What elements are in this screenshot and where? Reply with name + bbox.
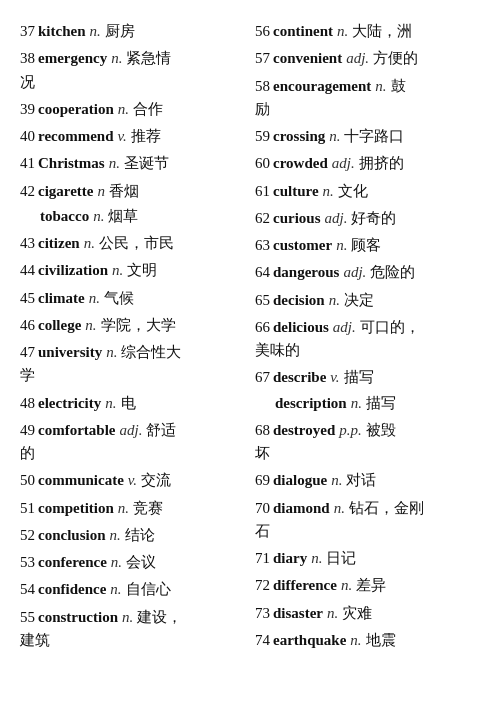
list-item: 54 confidence n. 自信心 [20,576,245,603]
list-item: 66 delicious adj. 可口的， 美味的 [255,314,480,365]
list-item: 72 difference n. 差异 [255,572,480,599]
list-item: 68 destroyed p.p. 被毁 坏 [255,417,480,468]
list-item: 64 dangerous adj. 危险的 [255,259,480,286]
list-item: 70 diamond n. 钻石，金刚 石 [255,495,480,546]
list-item: 41 Christmas n. 圣诞节 [20,150,245,177]
list-item: 39 cooperation n. 合作 [20,96,245,123]
list-item: 57 convenient adj. 方便的 [255,45,480,72]
list-item: 71 diary n. 日记 [255,545,480,572]
list-item: 62 curious adj. 好奇的 [255,205,480,232]
list-item: 61 culture n. 文化 [255,178,480,205]
list-item: 49 comfortable adj. 舒适 的 [20,417,245,468]
list-item: 38 emergency n. 紧急情 况 [20,45,245,96]
list-item: 47 university n. 综合性大 学 [20,339,245,390]
list-item: 45 climate n. 气候 [20,285,245,312]
list-item: 63 customer n. 顾客 [255,232,480,259]
right-column: 56 continent n. 大陆，洲 57 convenient adj. … [255,18,480,654]
list-item: 50 communicate v. 交流 [20,467,245,494]
list-item: 73 disaster n. 灾难 [255,600,480,627]
list-item: 67 describe v. 描写 [255,364,480,391]
list-item: 58 encouragement n. 鼓 励 [255,73,480,124]
left-column: 37 kitchen n. 厨房 38 emergency n. 紧急情 况 3… [20,18,245,654]
list-item: 48 electricity n. 电 [20,390,245,417]
list-item: 60 crowded adj. 拥挤的 [255,150,480,177]
list-item: 37 kitchen n. 厨房 [20,18,245,45]
list-item: 65 decision n. 决定 [255,287,480,314]
list-item: 52 conclusion n. 结论 [20,522,245,549]
list-item: 44 civilization n. 文明 [20,257,245,284]
list-item: 55 construction n. 建设， 建筑 [20,604,245,655]
list-item: 53 conference n. 会议 [20,549,245,576]
list-item: 56 continent n. 大陆，洲 [255,18,480,45]
list-item: description n. 描写 [255,392,480,417]
list-item: 69 dialogue n. 对话 [255,467,480,494]
list-item: 43 citizen n. 公民，市民 [20,230,245,257]
list-item: 59 crossing n. 十字路口 [255,123,480,150]
list-item: 51 competition n. 竞赛 [20,495,245,522]
vocab-grid: 37 kitchen n. 厨房 38 emergency n. 紧急情 况 3… [20,18,480,654]
list-item: 42 cigarette n 香烟 [20,178,245,205]
list-item: 46 college n. 学院，大学 [20,312,245,339]
list-item: tobacco n. 烟草 [20,205,245,230]
list-item: 40recommend v. 推荐 [20,123,245,150]
list-item: 74 earthquake n. 地震 [255,627,480,654]
